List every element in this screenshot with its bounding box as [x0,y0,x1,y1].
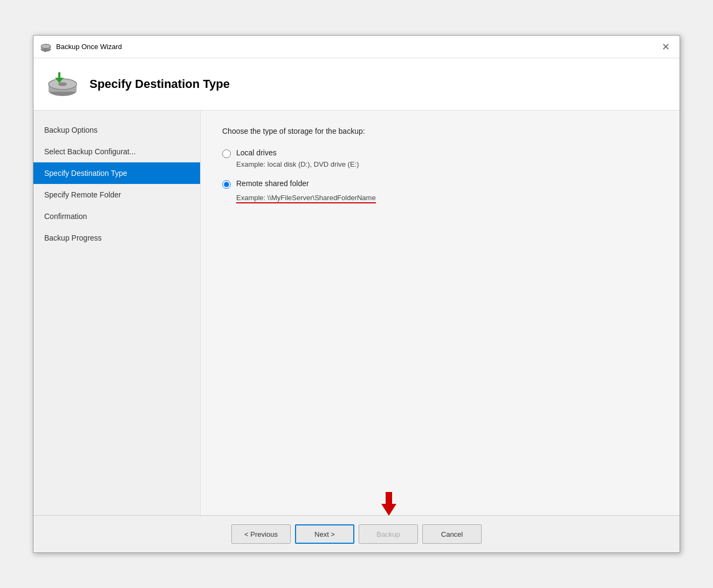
remote-underline [236,202,376,203]
instruction-text: Choose the type of storage for the backu… [222,127,658,135]
sidebar-item-backup-progress[interactable]: Backup Progress [33,227,200,249]
svg-marker-10 [381,492,396,516]
backup-button: Backup [359,524,418,544]
local-drives-example: Example: local disk (D:), DVD drive (E:) [236,160,658,168]
header-icon [46,68,79,100]
local-drives-radio[interactable] [222,149,231,158]
close-button[interactable]: ✕ [658,39,673,54]
remote-example-container: Example: \\MyFileServer\SharedFolderName [236,193,376,203]
next-button[interactable]: Next > [295,524,354,544]
local-drives-option-group: Local drives Example: local disk (D:), D… [222,148,658,168]
sidebar: Backup Options Select Backup Configurat.… [33,111,201,515]
title-bar-icon: ↓ [40,41,52,53]
sidebar-item-specify-remote[interactable]: Specify Remote Folder [33,184,200,206]
footer: < Previous Next > Backup Cancel [33,515,680,552]
main-panel: Choose the type of storage for the backu… [201,111,680,515]
remote-folder-option-group: Remote shared folder Example: \\MyFileSe… [222,179,658,203]
remote-folder-radio[interactable] [222,180,231,189]
sidebar-item-select-backup[interactable]: Select Backup Configurat... [33,141,200,162]
svg-point-8 [58,83,67,86]
previous-button[interactable]: < Previous [231,524,291,544]
sidebar-item-backup-options[interactable]: Backup Options [33,119,200,141]
next-arrow-indicator [378,492,400,517]
sidebar-item-confirmation[interactable]: Confirmation [33,206,200,227]
window-title: Backup Once Wizard [56,43,122,51]
sidebar-item-specify-destination[interactable]: Specify Destination Type [33,162,200,184]
local-drives-radio-row: Local drives [222,148,658,158]
header-title: Specify Destination Type [90,77,230,91]
local-drives-label[interactable]: Local drives [236,148,277,157]
cancel-button[interactable]: Cancel [422,524,482,544]
title-bar: ↓ Backup Once Wizard ✕ [33,36,680,58]
remote-folder-radio-row: Remote shared folder [222,179,658,189]
content-area: Backup Options Select Backup Configurat.… [33,111,680,515]
remote-folder-label[interactable]: Remote shared folder [236,179,309,188]
wizard-window: ↓ Backup Once Wizard ✕ Specify Destinati… [33,35,680,553]
svg-text:↓: ↓ [44,47,46,53]
remote-folder-example: Example: \\MyFileServer\SharedFolderName [236,194,376,202]
header-section: Specify Destination Type [33,58,680,111]
